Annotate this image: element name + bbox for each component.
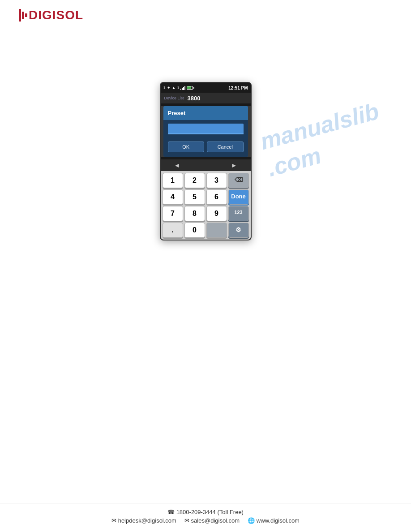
status-bar: 1 ✦ ▲ 1 12:51 PM (161, 83, 251, 93)
key-empty (206, 223, 227, 238)
app-top-row: Device List 3800 (161, 93, 251, 103)
key-6[interactable]: 6 (206, 189, 227, 205)
svg-rect-0 (19, 9, 21, 21)
logo-text: DIGISOL (29, 8, 83, 22)
footer-website: 🌐 www.digisol.com (248, 517, 300, 524)
keyboard-row-4: . 0 ⚙ (163, 223, 249, 238)
dialog-body (163, 120, 248, 138)
key-done[interactable]: Done (228, 189, 249, 205)
key-settings[interactable]: ⚙ (228, 223, 249, 238)
footer-contact: ✉ helpdesk@digisol.com ✉ sales@digisol.c… (18, 517, 393, 524)
signal-icon: 1 (177, 86, 179, 90)
device-list-label: Device List (164, 96, 184, 100)
footer-phone: ☎ 1800-209-3444 (Toll Free) (18, 509, 393, 515)
key-8[interactable]: 8 (184, 206, 205, 221)
keyboard: 1 2 3 ⌫ 4 5 6 Done 7 8 9 123 . 0 (161, 171, 251, 240)
key-1[interactable]: 1 (163, 173, 183, 188)
dialog-title: Preset (163, 106, 248, 120)
keyboard-row-3: 7 8 9 123 (163, 206, 249, 221)
header: DIGISOL (0, 0, 411, 28)
app-title: 3800 (188, 95, 201, 102)
dialog-buttons: OK Cancel (163, 138, 248, 157)
key-7[interactable]: 7 (163, 206, 183, 221)
logo-icon (18, 9, 28, 21)
dialog: Preset OK Cancel (163, 106, 248, 157)
key-2[interactable]: 2 (184, 173, 205, 188)
bluetooth-icon: ✦ (167, 86, 171, 90)
app-content: Preset OK Cancel (161, 106, 251, 157)
key-3[interactable]: 3 (206, 173, 227, 188)
footer-sales-icon: ✉ (184, 517, 189, 524)
signal-bars (180, 86, 185, 90)
main-content: 1 ✦ ▲ 1 12:51 PM Device List (0, 28, 411, 240)
back-arrow[interactable]: ◄ (174, 162, 180, 169)
ok-button[interactable]: OK (168, 142, 205, 152)
key-9[interactable]: 9 (206, 206, 227, 221)
status-time: 12:51 PM (228, 86, 248, 90)
forward-arrow[interactable]: ► (231, 162, 237, 169)
footer-sales: sales@digisol.com (191, 517, 240, 524)
preset-input[interactable] (168, 124, 244, 134)
status-left-icons: 1 ✦ ▲ 1 (163, 86, 193, 90)
key-4[interactable]: 4 (163, 189, 183, 205)
nav-bar: ◄ ► (161, 159, 251, 171)
logo: DIGISOL (18, 8, 393, 22)
cancel-button[interactable]: Cancel (207, 142, 244, 152)
phone-mockup: 1 ✦ ▲ 1 12:51 PM Device List (160, 82, 252, 240)
footer-helpdesk: ✉ helpdesk@digisol.com (111, 517, 176, 524)
sim-icon: 1 (163, 86, 166, 90)
key-5[interactable]: 5 (184, 189, 205, 205)
keyboard-row-2: 4 5 6 Done (163, 189, 249, 205)
footer: ☎ 1800-209-3444 (Toll Free) ✉ helpdesk@d… (0, 503, 411, 532)
key-0[interactable]: 0 (184, 223, 205, 238)
wifi-icon: ▲ (172, 86, 176, 90)
svg-rect-1 (22, 12, 24, 19)
battery-icon (187, 86, 193, 90)
key-123[interactable]: 123 (228, 206, 249, 221)
svg-rect-2 (25, 13, 27, 17)
keyboard-row-1: 1 2 3 ⌫ (163, 173, 249, 188)
key-backspace[interactable]: ⌫ (228, 173, 249, 188)
key-dot[interactable]: . (163, 223, 183, 238)
